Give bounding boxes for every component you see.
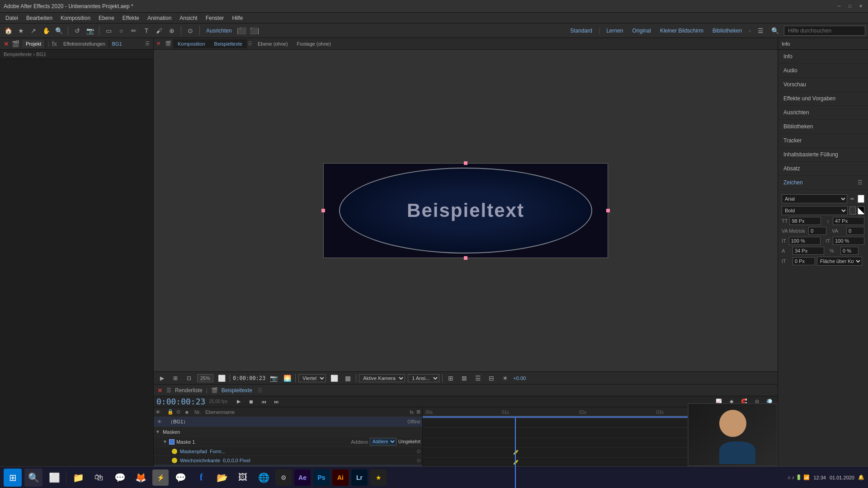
handle-right-center[interactable]: [606, 209, 610, 212]
minimize-button[interactable]: ─: [835, 3, 843, 10]
whatsapp-btn[interactable]: 💬: [111, 469, 129, 487]
right-panel-tracker[interactable]: Tracker: [778, 134, 868, 148]
menu-komposition[interactable]: Komposition: [57, 14, 94, 22]
grid-icon[interactable]: ⊞: [170, 373, 181, 384]
weich-row[interactable]: Weichzeichnkante 0,0,0,0 Pixel ◇: [154, 456, 422, 465]
mask1-blend-select[interactable]: Addiere: [370, 438, 396, 446]
guides-icon[interactable]: ⊠: [459, 373, 470, 384]
original-label[interactable]: Original: [630, 28, 654, 34]
maximize-button[interactable]: □: [846, 3, 854, 10]
pixel-aspect-icon[interactable]: ⊟: [486, 373, 497, 384]
maskenpfad-row[interactable]: Maskenpfad Form... ◇: [154, 447, 422, 456]
panel-menu-icon[interactable]: ☰: [145, 41, 150, 47]
right-panel-info[interactable]: Info: [778, 50, 868, 64]
illustrator-btn[interactable]: Ai: [332, 469, 349, 486]
weich-value[interactable]: 0,0,0,0 Pixel: [223, 458, 250, 463]
fill-type-select[interactable]: Fläche über Kon...: [817, 257, 862, 266]
close-button[interactable]: ✕: [857, 3, 864, 10]
right-panel-libraries[interactable]: Bibliotheken: [778, 120, 868, 134]
time-display[interactable]: 0:00:00:23: [233, 375, 265, 381]
kf-diamond-weich[interactable]: [513, 460, 519, 465]
close-timeline-icon[interactable]: ✕: [157, 387, 163, 394]
search-input[interactable]: [784, 26, 865, 36]
file-explorer-btn[interactable]: 📁: [69, 469, 87, 487]
browser2-btn[interactable]: 🌐: [255, 469, 273, 487]
hand-tool[interactable]: ✋: [41, 25, 52, 36]
baseline-input[interactable]: [793, 247, 824, 255]
fill-stroke-swap-icon[interactable]: [858, 206, 864, 215]
render-icon[interactable]: ▶: [156, 373, 167, 384]
playhead[interactable]: [515, 418, 516, 488]
pen-tool[interactable]: ✏: [128, 25, 139, 36]
menu-animation[interactable]: Animation: [144, 14, 175, 22]
right-panel-align[interactable]: Ausrichten: [778, 106, 868, 120]
font-size-input[interactable]: [789, 217, 821, 225]
stroke-color-swatch[interactable]: [849, 206, 856, 215]
prev-frame-btn[interactable]: ⏮: [259, 396, 269, 407]
app6-btn[interactable]: ⚡: [152, 469, 169, 486]
menu-effekte[interactable]: Effekte: [119, 14, 143, 22]
close-viewer-icon[interactable]: ✕: [154, 39, 163, 48]
workspace-label[interactable]: Standard: [567, 28, 595, 34]
keyframe-dot-maskenpfad[interactable]: [172, 449, 177, 454]
photoshop-btn[interactable]: Ps: [313, 469, 330, 486]
next-frame-btn[interactable]: ⏭: [271, 396, 282, 407]
font-edit-icon[interactable]: ✏: [849, 193, 856, 204]
libraries-label[interactable]: Bibliotheken: [710, 28, 745, 34]
search-btn[interactable]: 🔍: [24, 469, 42, 487]
frame-offset[interactable]: +0.00: [513, 375, 526, 381]
tsume-input[interactable]: [840, 247, 859, 255]
current-time-display[interactable]: 0:00:00:23: [156, 397, 205, 406]
handle-bottom-center[interactable]: [464, 256, 467, 260]
view-select[interactable]: 1 Ansi...: [408, 374, 439, 382]
app10-btn[interactable]: ⚙: [275, 469, 292, 486]
right-panel-absatz[interactable]: Absatz: [778, 162, 868, 176]
menu-datei[interactable]: Datei: [2, 14, 22, 22]
notification-btn[interactable]: 🔔: [858, 474, 864, 480]
learn-label[interactable]: Lernen: [604, 28, 626, 34]
files-btn[interactable]: 📂: [213, 469, 231, 487]
align-btn-2[interactable]: ⬛|: [249, 25, 260, 36]
show-snapshot-icon[interactable]: 🌅: [282, 373, 292, 384]
zoom-tool[interactable]: 🔍: [53, 25, 64, 36]
maskenpfad-keyframe-icon[interactable]: ◇: [417, 448, 420, 454]
right-panel-audio[interactable]: Audio: [778, 64, 868, 78]
home-tool[interactable]: 🏠: [3, 25, 14, 36]
comp-name-tab[interactable]: Beispieltexte: [222, 387, 252, 394]
right-panel-fill[interactable]: Inhaltsbasierte Füllung: [778, 148, 868, 162]
project-tab[interactable]: Projekt: [22, 40, 45, 48]
quality-select[interactable]: ViertelHalbVoll: [298, 374, 326, 382]
align-label[interactable]: Ausrichten: [203, 28, 235, 34]
transparency-icon[interactable]: ▦: [342, 373, 353, 384]
safe-areas-icon[interactable]: ⊡: [184, 373, 194, 384]
viewer-tab-name[interactable]: Beispieltexte: [210, 39, 247, 48]
effects-tab[interactable]: Effekteinstellungen: [60, 40, 109, 48]
font-family-select[interactable]: Arial: [782, 194, 847, 203]
right-panel-preview[interactable]: Vorschau: [778, 78, 868, 92]
render-list-tab[interactable]: Renderliste: [175, 387, 203, 394]
ellipse-tool[interactable]: ○: [116, 25, 127, 36]
scale-h-input[interactable]: [789, 237, 821, 245]
resolution-icon[interactable]: ⬜: [329, 373, 340, 384]
vis-eye-icon[interactable]: 👁: [157, 419, 166, 424]
after-effects-btn[interactable]: Ae: [294, 469, 311, 486]
lightroom-btn[interactable]: Lr: [351, 469, 368, 486]
puppet-tool[interactable]: ⊙: [185, 25, 196, 36]
fill-indent-input[interactable]: [793, 257, 815, 265]
viewer-tab-ebene[interactable]: Ebene (ohne): [253, 39, 292, 48]
paint-tool[interactable]: 🖌: [154, 25, 165, 36]
camera-tool[interactable]: 📷: [85, 25, 95, 36]
rect-tool[interactable]: ▭: [103, 25, 114, 36]
3d-view-icon[interactable]: ⊞: [445, 373, 456, 384]
stop-btn[interactable]: ⏹: [246, 396, 257, 407]
task-view-btn[interactable]: ⬜: [45, 469, 63, 487]
app15-btn[interactable]: ★: [370, 469, 387, 486]
weich-keyframe-icon[interactable]: ◇: [417, 457, 420, 463]
firefox-btn[interactable]: 🦊: [132, 469, 150, 487]
right-panel-zeichen[interactable]: Zeichen ☰: [778, 176, 868, 190]
messenger-btn[interactable]: 💬: [171, 469, 189, 487]
scale-v-input[interactable]: [833, 237, 864, 245]
masken-expand-icon[interactable]: ▼: [156, 429, 160, 434]
viewer-tab-footage[interactable]: Footage (ohne): [292, 39, 335, 48]
menu-fenster[interactable]: Fenster: [202, 14, 228, 22]
